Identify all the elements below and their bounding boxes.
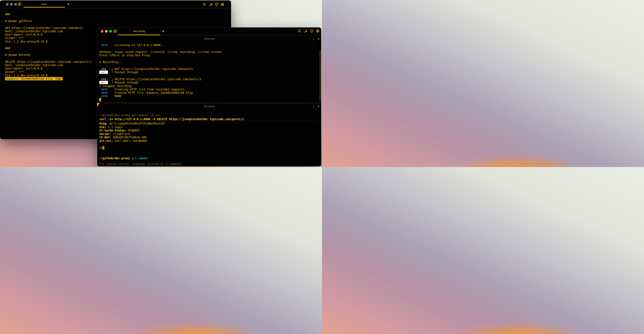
close-button[interactable] [6, 3, 8, 6]
command-output-separator [99, 121, 317, 121]
terminal-line: api ╰ Passed through [99, 81, 222, 84]
terminal-line: api ╰ Passed through [99, 71, 222, 74]
pane1-title: devproxy [97, 37, 321, 40]
minimize-button[interactable] [10, 3, 13, 6]
terminal-line [99, 64, 222, 67]
command-block: ~/github/dev-proxy git:(main) (0.3s)curl… [99, 113, 244, 121]
desktop: { "palette":{ "accent_yellow":"#f6bb18",… [0, 0, 322, 167]
terminal-line: info Created HTTP file requests_20240620… [99, 91, 222, 94]
pane2-close-icon[interactable]: × [317, 104, 320, 109]
terminal-line: User-Agent: curl/8.6.0 [5, 67, 92, 70]
terminal-line: Via: 1.1 dev-proxy/0.19.0 [5, 74, 92, 77]
new-tab-button[interactable]: + [162, 29, 164, 34]
terminal-line: # @name delete1 [5, 53, 92, 57]
terminal-line: ~/github/dev-proxy git:(main) [99, 157, 149, 160]
shell-prompt[interactable]: ~/github/dev-proxy git:(main) [99, 157, 149, 160]
pane1-close-icon[interactable]: × [317, 37, 320, 41]
pane1-menu-kebab-icon[interactable]: ⋮ [312, 37, 315, 41]
terminal-line: ### [5, 47, 92, 50]
terminal-line [99, 74, 222, 77]
pane2-title: dev-proxy [97, 105, 321, 108]
terminal-line: ○ Stopped recording [99, 84, 222, 88]
terminal-line: info Creating HTTP file from recorded re… [99, 88, 222, 91]
terminal-line: info DONE [99, 94, 222, 98]
close-button[interactable] [101, 30, 104, 33]
gear-icon[interactable] [316, 29, 320, 33]
pane1-scrollbar-thumb[interactable] [320, 50, 321, 101]
minimize-button[interactable] [105, 30, 108, 33]
window-dev-proxy: dev-proxy + devproxy [97, 28, 321, 166]
left-titlebar: less + [0, 1, 231, 8]
maximize-button[interactable] [14, 3, 17, 6]
terminal-line [99, 47, 222, 50]
terminal-line: {}% [99, 146, 166, 150]
terminal-line: Host: jsonplaceholder.typicode.com [5, 30, 92, 33]
terminal-line: Via: 1.1 vegur [99, 125, 166, 129]
terminal-line: CF-RAY: 8969d519bffe0b3e-AMS [99, 136, 166, 139]
terminal-line: Press CTRL+C to stop Dev Proxy [99, 54, 222, 57]
pane2-menu-kebab-icon[interactable]: ⋮ [312, 105, 315, 108]
search-icon[interactable] [297, 29, 302, 33]
terminal-line: Via: 1.1 dev-proxy/0.19.0 [5, 40, 92, 43]
maximize-button[interactable] [109, 30, 112, 33]
terminal-line: ### [5, 13, 92, 16]
lightbulb-icon[interactable] [214, 2, 219, 7]
new-tab-button[interactable]: + [67, 2, 70, 7]
gear-icon[interactable] [220, 2, 224, 7]
tab-less[interactable]: less [24, 3, 65, 6]
lightbulb-icon[interactable] [310, 29, 314, 33]
terminal-line: alt-svc: h3=":443"; ma=86400 [99, 139, 166, 143]
terminal-line: ◉ Recording... [99, 60, 222, 64]
terminal-line: GET https://jsonplaceholder.typicode.com… [5, 26, 92, 30]
right-titlebar: dev-proxy + [97, 28, 321, 35]
pane-divider[interactable] [97, 103, 321, 103]
terminal-line: DELETE https://jsonplaceholder.typicode.… [5, 60, 92, 63]
response-headers: Etag: W/"2-vyGp6PvFo4RvsFtPoIWeCReyIC8"V… [99, 122, 166, 150]
search-icon[interactable] [202, 2, 206, 7]
terminal-line: Server: cloudflare [99, 132, 166, 136]
pages-icon[interactable] [113, 29, 117, 33]
terminal-line: Accept: */* [5, 70, 92, 74]
terminal-line: CF-Cache-Status: DYNAMIC [99, 129, 166, 132]
terminal-line: requests_20240620085150.http (END) [5, 77, 92, 80]
sparkles-icon[interactable] [209, 2, 213, 7]
terminal-line [5, 16, 92, 19]
terminal-line: Try typing natural language instead of a… [99, 162, 181, 166]
pages-icon[interactable] [18, 2, 22, 6]
terminal-line [5, 23, 92, 26]
sparkles-icon[interactable] [304, 29, 308, 33]
terminal-line [99, 143, 166, 146]
tab-dev-proxy[interactable]: dev-proxy [118, 30, 160, 33]
terminal-line [5, 57, 92, 60]
active-tab-underline [24, 7, 65, 8]
active-tab-underline [118, 35, 160, 35]
terminal-line [99, 57, 222, 60]
http-file-viewer: ### # @name getPosts GET https://jsonpla… [5, 13, 92, 80]
terminal-line: req ╭ DELETE https://jsonplaceholder.typ… [99, 77, 222, 81]
terminal-line: # @name getPosts [5, 19, 92, 23]
terminal-line: Accept: */* [5, 36, 92, 40]
terminal-line: req ╭ GET https://jsonplaceholder.typico… [99, 67, 222, 71]
terminal-line: curl -ix http://127.0.0.1:8000 -X DELETE… [99, 117, 244, 121]
terminal-line [5, 43, 92, 47]
terminal-line: ~/github/dev-proxy git:(main) (0.3s) [99, 113, 244, 117]
terminal-line: Host: jsonplaceholder.typicode.com [5, 63, 92, 67]
terminal-line: User-Agent: curl/8.6.0 [5, 33, 92, 36]
terminal-line [5, 50, 92, 53]
terminal-line [99, 98, 222, 101]
input-hint: Try typing natural language instead of a… [99, 162, 181, 166]
devproxy-output: info Listening on 127.0.0.1:8000... Hotk… [99, 43, 222, 101]
terminal-line: Hotkeys: issue (w)eb request, (r)ecord, … [99, 50, 222, 54]
terminal-line: Etag: W/"2-vyGp6PvFo4RvsFtPoIWeCReyIC8" [99, 122, 166, 125]
terminal-line: info Listening on 127.0.0.1:8000... [99, 43, 222, 47]
